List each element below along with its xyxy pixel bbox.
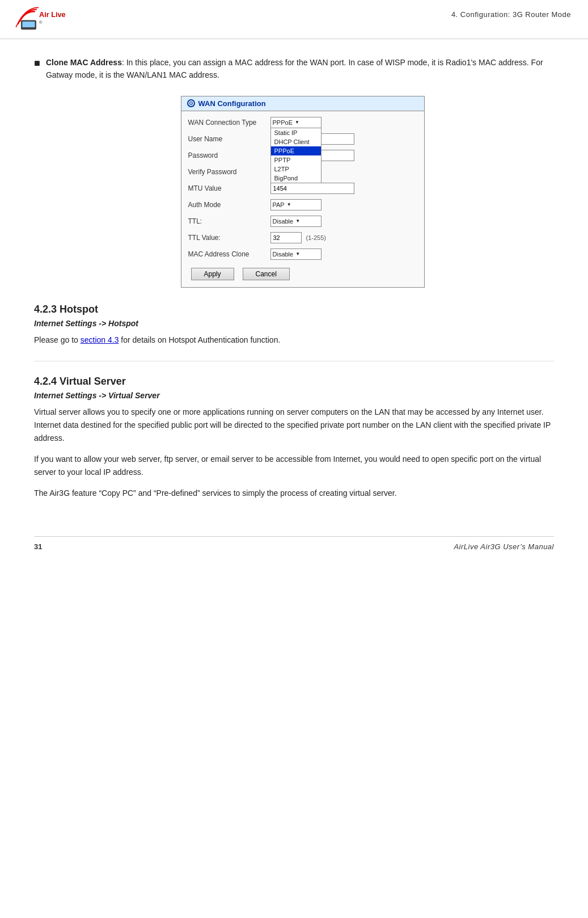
wan-connection-type-control: PPPoE Static IP DHCP Client PPPoE PPTP L… (270, 117, 417, 128)
mtu-value-label: MTU Value (188, 184, 270, 192)
section-43-link[interactable]: section 4.3 (81, 335, 119, 344)
wan-connection-dropdown[interactable]: PPPoE Static IP DHCP Client PPPoE PPTP L… (270, 117, 322, 128)
svg-text:®: ® (60, 13, 62, 17)
auth-mode-select[interactable]: PAP (270, 199, 322, 210)
wan-config-box: ⊙ WAN Configuration WAN Connection Type … (181, 96, 425, 288)
dropdown-bigpond[interactable]: BigPond (271, 174, 321, 183)
clone-mac-term: Clone MAC Address (46, 58, 122, 67)
wan-connection-dropdown-list: Static IP DHCP Client PPPoE PPTP L2TP Bi… (270, 128, 322, 183)
mtu-value-row: MTU Value (188, 182, 417, 195)
section-424-heading: 4.2.4 Virtual Server (34, 376, 554, 388)
dropdown-pptp[interactable]: PPTP (271, 155, 321, 165)
mtu-value-control (270, 183, 417, 194)
footer-brand: AirLive Air3G User’s Manual (454, 542, 554, 551)
clone-mac-text: Clone MAC Address: In this place, you ca… (46, 56, 554, 82)
ttl-select[interactable]: Disable (270, 216, 322, 227)
ttl-range-hint: (1-255) (306, 234, 326, 241)
ttl-row: TTL: Disable (188, 214, 417, 228)
page-chapter-title: 4. Configuration: 3G Router Mode (451, 6, 571, 19)
dropdown-l2tp[interactable]: L2TP (271, 165, 321, 174)
footer-page-number: 31 (34, 542, 42, 551)
svg-rect-1 (22, 22, 35, 27)
page-footer: 31 AirLive Air3G User’s Manual (34, 536, 554, 557)
main-content: ■ Clone MAC Address: In this place, you … (0, 39, 588, 525)
wan-form: WAN Connection Type PPPoE Static IP DHCP… (181, 111, 424, 287)
dropdown-pppoe[interactable]: PPPoE (271, 146, 321, 155)
button-row: Apply Cancel (188, 268, 417, 280)
wan-config-wrapper: ⊙ WAN Configuration WAN Connection Type … (51, 96, 554, 288)
page-header: Air Live ® ® 4. Configuration: 3G Router… (0, 0, 588, 39)
wan-connection-type-label: WAN Connection Type (188, 119, 270, 127)
dropdown-dhcp-client[interactable]: DHCP Client (271, 137, 321, 146)
section-423-heading: 4.2.3 Hotspot (34, 304, 554, 315)
mac-address-clone-label: MAC Address Clone (188, 250, 270, 258)
mac-address-clone-row: MAC Address Clone Disable (188, 247, 417, 261)
clone-mac-section: ■ Clone MAC Address: In this place, you … (34, 56, 554, 82)
ttl-value-input[interactable] (270, 232, 302, 243)
wan-config-titlebar: ⊙ WAN Configuration (181, 96, 424, 111)
section-424-subheading: Internet Settings -> Virtual Server (34, 391, 554, 400)
ttl-value-row: TTL Value: (1-255) (188, 231, 417, 245)
cancel-button[interactable]: Cancel (243, 268, 290, 280)
mac-address-clone-select[interactable]: Disable (270, 249, 322, 260)
logo-area: Air Live ® ® (11, 6, 74, 34)
auth-mode-control: PAP (270, 199, 417, 210)
verify-password-label: Verify Password (188, 168, 270, 176)
apply-button[interactable]: Apply (191, 268, 234, 280)
section-423-body: Please go to section 4.3 for details on … (34, 334, 554, 347)
bullet-icon: ■ (34, 57, 40, 69)
section-424: 4.2.4 Virtual Server Internet Settings -… (34, 376, 554, 500)
auth-mode-label: Auth Mode (188, 201, 270, 209)
dropdown-static-ip[interactable]: Static IP (271, 128, 321, 137)
ttl-value-control: (1-255) (270, 232, 417, 243)
wan-config-title: WAN Configuration (198, 99, 266, 108)
mac-address-clone-control: Disable (270, 249, 417, 260)
svg-text:®: ® (39, 20, 43, 25)
ttl-label: TTL: (188, 217, 270, 225)
section-424-para2: If you want to allow your web server, ft… (34, 453, 554, 479)
config-icon: ⊙ (187, 99, 195, 107)
auth-mode-row: Auth Mode PAP (188, 198, 417, 212)
section-423-subheading: Internet Settings -> Hotspot (34, 319, 554, 328)
section-424-para1: Virtual server allows you to specify one… (34, 406, 554, 445)
section-424-para3: The Air3G feature “Copy PC” and “Pre-def… (34, 487, 554, 500)
section-423: 4.2.3 Hotspot Internet Settings -> Hotsp… (34, 304, 554, 347)
wan-connection-select[interactable]: PPPoE (270, 117, 322, 128)
ttl-control: Disable (270, 216, 417, 227)
ttl-value-label: TTL Value: (188, 234, 270, 242)
mtu-input[interactable] (270, 183, 354, 194)
airlive-logo: Air Live ® ® (11, 6, 74, 34)
user-name-label: User Name (188, 135, 270, 143)
password-label: Password (188, 151, 270, 159)
section-divider-1 (34, 361, 554, 361)
wan-connection-type-row: WAN Connection Type PPPoE Static IP DHCP… (188, 116, 417, 129)
